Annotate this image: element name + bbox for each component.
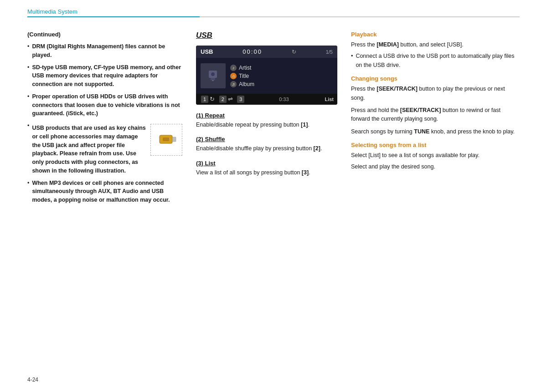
list-item: SD-type USB memory, CF-type USB memory, … — [27, 63, 182, 89]
page-footer: 4-24 — [27, 377, 38, 383]
list-item: DRM (Digital Rights Management) files ca… — [27, 42, 182, 60]
album-row: ♬ Album — [230, 81, 254, 87]
shuffle-body: Enable/disable shuffle play by pressing … — [196, 144, 337, 153]
bullet-text: SD-type USB memory, CF-type USB memory, … — [32, 63, 182, 89]
bullet-text: DRM (Digital Rights Management) files ca… — [32, 42, 182, 60]
usb-thumb — [201, 63, 226, 88]
album-label: Album — [239, 81, 254, 87]
selecting-line1: Select [List] to see a list of songs ava… — [351, 151, 520, 160]
artist-label: Artist — [239, 65, 251, 71]
repeat-body: Enable/disable repeat by pressing button… — [196, 121, 337, 129]
usb-note-container: USB products that are used as key chains… — [32, 124, 182, 175]
bullet-list: DRM (Digital Rights Management) files ca… — [27, 42, 182, 204]
usb-drive-icon — [155, 128, 178, 151]
list-section-body: View a list of all songs by pressing but… — [196, 168, 337, 177]
left-column: (Continued) DRM (Digital Rights Manageme… — [27, 31, 191, 373]
usb-screen-label: USB — [201, 48, 213, 55]
artist-icon: ♪ — [230, 65, 237, 71]
usb-screen-time: 00:00 — [243, 48, 262, 55]
usb-section-title: USB — [196, 31, 337, 40]
ctrl-2-icon: ⇌ — [228, 96, 233, 103]
usb-controls: 1 ↻ 2 ⇌ 3 0:33 List — [200, 96, 334, 103]
title-icon: ♫ — [230, 73, 237, 79]
list-item: When MP3 devices or cell phones are conn… — [27, 179, 182, 204]
title-label: Title — [239, 73, 249, 79]
shuffle-label: (2) Shuffle — [196, 136, 337, 143]
title-row: ♫ Title — [230, 73, 254, 79]
svg-rect-2 — [163, 137, 169, 141]
svg-rect-6 — [211, 78, 215, 80]
right-column: Playback Press the [MEDIA] button, and s… — [346, 31, 520, 373]
ctrl-2-btn[interactable]: 2 — [219, 96, 227, 103]
usb-track-num: 1/5 — [326, 49, 333, 55]
selecting-line2: Select and play the desired song. — [351, 163, 520, 171]
header-line — [27, 16, 520, 17]
usb-note-text: USB products that are used as key chains… — [32, 124, 146, 175]
page-header: Multimedia System — [0, 0, 547, 17]
bullet-text: Proper operation of USB HDDs or USB driv… — [32, 92, 182, 118]
header-title: Multimedia System — [27, 8, 520, 15]
main-content: (Continued) DRM (Digital Rights Manageme… — [0, 17, 547, 382]
album-icon: ♬ — [230, 81, 237, 87]
usb-drive-image — [150, 124, 182, 156]
usb-thumb-icon — [205, 68, 221, 84]
playback-heading: Playback — [351, 31, 520, 38]
repeat-label: (1) Repeat — [196, 112, 337, 119]
middle-column: USB USB 00:00 ↻ 1/5 — [191, 31, 346, 373]
ctrl-3-btn[interactable]: 3 — [237, 96, 244, 103]
changing-songs-body: Press the [SEEK/TRACK] button to play th… — [351, 85, 520, 136]
ctrl-1-icon: ↻ — [210, 96, 215, 103]
bullet-text: USB products that are used as key chains… — [32, 122, 182, 175]
continued-heading: (Continued) — [27, 31, 182, 38]
artist-row: ♪ Artist — [230, 65, 254, 71]
repeat-icon: ↻ — [292, 49, 296, 55]
playback-bullet: Connect a USB drive to the USB port to a… — [356, 52, 520, 70]
ctrl-1-btn[interactable]: 1 — [201, 96, 208, 103]
selecting-songs-heading: Selecting songs from a list — [351, 142, 520, 148]
page-number: 4-24 — [27, 377, 38, 383]
playback-body: Press the [MEDIA] button, and select [US… — [351, 41, 520, 70]
list-section-label: (3) List — [196, 160, 337, 167]
svg-rect-8 — [212, 80, 214, 81]
bullet-text: When MP3 devices or cell phones are conn… — [32, 179, 182, 204]
usb-screen-footer: 1 ↻ 2 ⇌ 3 0:33 List — [196, 94, 337, 105]
usb-screen-header: USB 00:00 ↻ 1/5 — [196, 46, 337, 58]
selecting-songs-body: Select [List] to see a list of songs ava… — [351, 151, 520, 172]
svg-rect-1 — [172, 137, 176, 142]
svg-point-7 — [211, 72, 215, 76]
list-btn[interactable]: List — [325, 97, 334, 102]
list-item: Proper operation of USB HDDs or USB driv… — [27, 92, 182, 118]
changing-songs-heading: Changing songs — [351, 75, 520, 82]
usb-screen-body: ♪ Artist ♫ Title ♬ Album — [196, 58, 337, 94]
elapsed-time: 0:33 — [279, 97, 291, 102]
usb-music-info: ♪ Artist ♫ Title ♬ Album — [230, 63, 254, 88]
usb-screen: USB 00:00 ↻ 1/5 — [196, 46, 337, 105]
list-item: USB products that are used as key chains… — [27, 122, 182, 175]
